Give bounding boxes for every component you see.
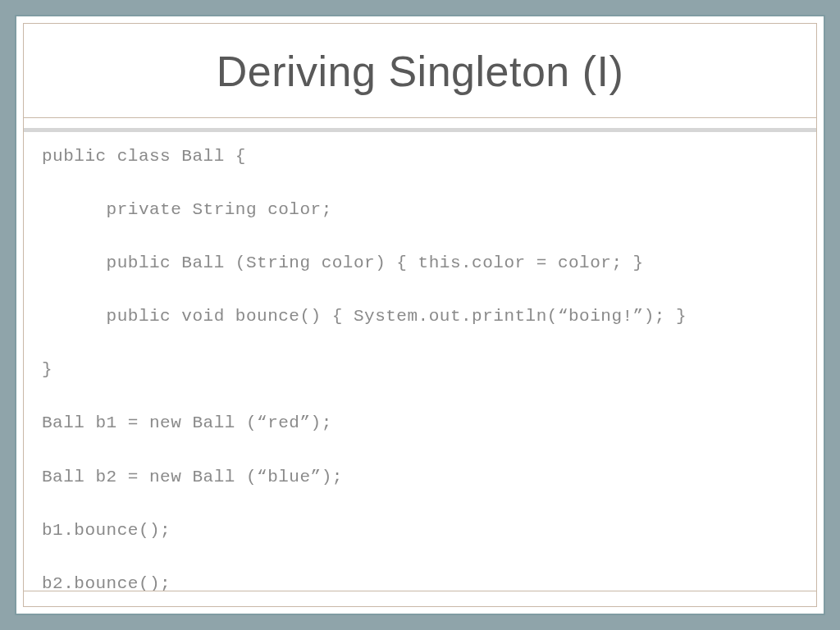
slide-title: Deriving Singleton (I)	[40, 47, 800, 96]
footer-strip	[24, 591, 816, 606]
title-container: Deriving Singleton (I)	[24, 24, 816, 118]
code-container: public class Ball { private String color…	[24, 132, 816, 591]
slide-outer-frame: Deriving Singleton (I) public class Ball…	[15, 15, 825, 615]
slide-inner-frame: Deriving Singleton (I) public class Ball…	[23, 23, 817, 607]
code-block: public class Ball { private String color…	[42, 144, 798, 591]
